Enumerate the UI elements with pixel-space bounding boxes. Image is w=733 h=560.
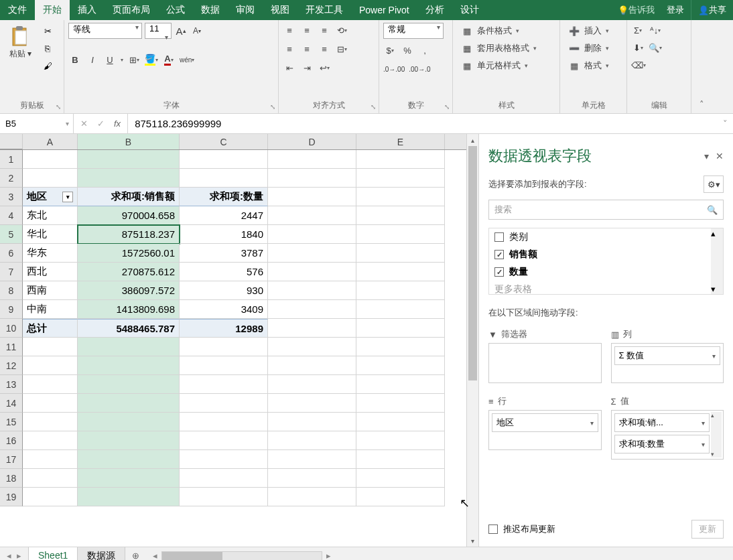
cell-A17[interactable] [23, 450, 78, 469]
cell-A16[interactable] [23, 431, 78, 450]
cell-A13[interactable] [23, 375, 78, 394]
cell-E1[interactable] [356, 150, 445, 169]
cell-qty-5[interactable]: 1840 [180, 225, 268, 244]
pinyin-button[interactable]: wén [180, 52, 194, 67]
sheet-nav[interactable]: ◂▸ [0, 547, 29, 560]
checkbox-checked[interactable]: ✓ [494, 250, 504, 259]
scroll-up-button[interactable]: ▴ [467, 134, 478, 146]
tab-formulas[interactable]: 公式 [158, 0, 193, 20]
tab-view[interactable]: 视图 [263, 0, 297, 20]
cell-D17[interactable] [268, 450, 356, 469]
tell-me[interactable]: 💡 告诉我 [612, 0, 660, 20]
chip-sales[interactable]: 求和项:销...▾ [614, 413, 710, 432]
cell-region-7[interactable]: 西北 [23, 263, 78, 281]
row-header-3[interactable]: 3 [0, 188, 23, 206]
cell-E17[interactable] [356, 450, 445, 469]
row-header-18[interactable]: 18 [0, 469, 23, 488]
paste-button[interactable]: 粘贴 ▾ [4, 23, 37, 62]
clear-button[interactable]: ⌫ [631, 58, 646, 72]
cell-sales-8[interactable]: 386097.572 [78, 281, 180, 300]
tab-data[interactable]: 数据 [193, 0, 228, 20]
cell-B19[interactable] [78, 488, 180, 506]
cell-B1[interactable] [78, 150, 180, 169]
cell-D18[interactable] [268, 469, 356, 488]
cell-E10[interactable] [356, 319, 445, 338]
cell-qty-4[interactable]: 2447 [180, 206, 268, 225]
field-search-input[interactable]: 搜索 🔍 [488, 200, 724, 220]
row-header-16[interactable]: 16 [0, 431, 23, 450]
cell-B17[interactable] [78, 450, 180, 469]
cell-D11[interactable] [268, 338, 356, 356]
cell-region-8[interactable]: 西南 [23, 281, 78, 300]
field-list-scrollbar[interactable]: ▴▾ [711, 228, 723, 294]
tab-review[interactable]: 审阅 [228, 0, 263, 20]
format-painter-button[interactable]: 🖌 [40, 58, 56, 74]
cell-region-9[interactable]: 中南 [23, 300, 78, 319]
cell-C1[interactable] [180, 150, 268, 169]
field-item-more[interactable]: 更多表格 [489, 281, 723, 295]
cell-E13[interactable] [356, 375, 445, 394]
cell-D7[interactable] [268, 263, 356, 281]
sort-filter-button[interactable]: ᴬ↓ [649, 23, 662, 38]
tab-pivot[interactable]: Power Pivot [351, 0, 417, 20]
field-item-sales[interactable]: ✓销售额 [489, 246, 723, 263]
align-right-button[interactable]: ≡ [318, 42, 331, 56]
chip-sigma[interactable]: Σ 数值▾ [614, 346, 721, 365]
fill-button[interactable]: ⬇ [631, 40, 645, 55]
row-header-1[interactable]: 1 [0, 150, 23, 169]
sheet-tab-sheet1[interactable]: Sheet1 [29, 547, 78, 560]
cell-qty-8[interactable]: 930 [180, 281, 268, 300]
col-header-E[interactable]: E [356, 134, 445, 149]
row-header-4[interactable]: 4 [0, 206, 23, 225]
tab-insert[interactable]: 插入 [70, 0, 105, 20]
zone-rows[interactable]: 地区▾ [488, 410, 602, 450]
cell-D1[interactable] [268, 150, 356, 169]
cell-D8[interactable] [268, 281, 356, 300]
insert-cells-button[interactable]: ➕插入▾ [564, 23, 613, 39]
decrease-indent-button[interactable]: ⇤ [283, 60, 296, 75]
align-left-button[interactable]: ≡ [283, 42, 296, 56]
accept-formula-button[interactable]: ✓ [97, 119, 105, 129]
clipboard-expand[interactable]: ⤡ [56, 103, 61, 111]
align-middle-button[interactable]: ≡ [300, 23, 314, 38]
checkbox-checked[interactable]: ✓ [494, 267, 504, 277]
row-header-10[interactable]: 10 [0, 319, 23, 338]
cell-C19[interactable] [180, 488, 268, 506]
cell-C16[interactable] [180, 431, 268, 450]
cell-E12[interactable] [356, 356, 445, 375]
zone-values[interactable]: 求和项:销...▾ 求和项:数量▾ ▴▾ [611, 410, 724, 460]
horizontal-scrollbar[interactable]: ◂ ▸ [146, 547, 733, 560]
tab-analyze[interactable]: 分析 [417, 0, 452, 20]
tab-dev[interactable]: 开发工具 [297, 0, 351, 20]
col-header-A[interactable]: A [23, 134, 78, 149]
sheet-tab-data[interactable]: 数据源 [78, 547, 125, 560]
field-item-category[interactable]: 类别 [489, 228, 723, 246]
border-button[interactable]: ⊞ [127, 52, 141, 67]
find-button[interactable]: 🔍 [649, 40, 662, 55]
row-header-17[interactable]: 17 [0, 450, 23, 469]
cell-sales-6[interactable]: 1572560.01 [78, 244, 180, 263]
decrease-font-button[interactable]: A▾ [190, 23, 204, 38]
wrap-button[interactable]: ↩ [318, 60, 331, 75]
fill-color-button[interactable]: 🪣 [145, 52, 158, 67]
cell-style-button[interactable]: ▦单元格样式▾ [457, 58, 532, 74]
cancel-formula-button[interactable]: ✕ [80, 119, 88, 129]
zone-filter[interactable] [488, 343, 602, 383]
tab-design[interactable]: 设计 [452, 0, 487, 20]
scroll-thumb[interactable] [468, 146, 477, 380]
row-header-6[interactable]: 6 [0, 244, 23, 263]
pivot-header-qty[interactable]: 求和项:数量 [180, 188, 268, 206]
defer-checkbox[interactable] [488, 524, 498, 534]
add-sheet-button[interactable]: ⊕ [125, 547, 146, 560]
cell-A2[interactable] [23, 169, 78, 188]
pivot-total-sales[interactable]: 5488465.787 [78, 319, 180, 338]
cell-E4[interactable] [356, 206, 445, 225]
increase-decimal-button[interactable]: .0→.00 [383, 62, 405, 76]
cell-E9[interactable] [356, 300, 445, 319]
cell-C14[interactable] [180, 394, 268, 413]
tab-file[interactable]: 文件 [0, 0, 35, 20]
cell-B2[interactable] [78, 169, 180, 188]
table-format-button[interactable]: ▦套用表格格式▾ [457, 40, 541, 56]
conditional-format-button[interactable]: ▦条件格式▾ [457, 23, 523, 39]
tab-home[interactable]: 开始 [35, 0, 70, 20]
